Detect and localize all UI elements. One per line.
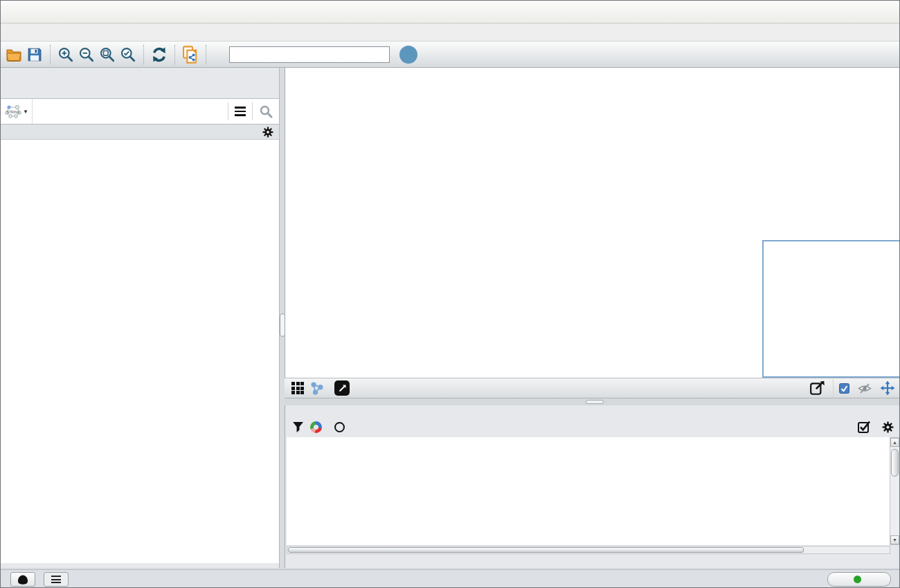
string-search-bar: STRING ▼ (1, 98, 279, 125)
enrichment-toolbar (285, 417, 900, 437)
panel-divider-grip[interactable] (586, 400, 604, 404)
zoom-selected-icon[interactable] (118, 44, 138, 65)
network-selection-row (1, 125, 279, 140)
filter-icon[interactable] (292, 421, 304, 433)
main-toolbar (1, 42, 900, 68)
string-logo-icon: STRING (4, 104, 22, 119)
hidden-eye-icon[interactable] (858, 383, 872, 394)
enrichment-table (287, 437, 890, 545)
status-bar (1, 569, 900, 588)
scroll-down-icon[interactable]: ▼ (890, 535, 899, 544)
gear-icon[interactable] (262, 127, 273, 138)
memory-button[interactable] (827, 572, 891, 587)
minimize-button[interactable] (824, 5, 842, 19)
control-panel-header (1, 68, 279, 82)
close-button[interactable] (877, 5, 895, 19)
title-bar (1, 1, 900, 24)
select-checkbox-icon[interactable] (858, 421, 871, 434)
network-view-toolbar (285, 378, 900, 398)
export-network-icon[interactable] (809, 380, 826, 396)
string-menu-icon[interactable] (228, 107, 252, 116)
zoom-fit-icon[interactable] (97, 44, 118, 65)
zoom-out-icon[interactable] (76, 44, 97, 65)
chart-icon[interactable] (310, 421, 322, 433)
grid-mode-icon[interactable] (291, 382, 304, 394)
search-input[interactable] (229, 46, 390, 63)
ring-chart-icon[interactable] (334, 422, 345, 432)
table-panel-header (285, 405, 900, 417)
selected-checkbox-icon[interactable] (839, 383, 849, 394)
separator (833, 379, 834, 397)
birds-eye-view[interactable] (762, 240, 900, 378)
string-logo-box[interactable]: STRING ▼ (1, 99, 33, 124)
splitter-grip[interactable] (280, 313, 285, 337)
vertical-scrollbar[interactable]: ▲ ▼ (890, 437, 900, 545)
task-history-button[interactable] (44, 572, 69, 587)
control-panel-tabs (1, 82, 279, 98)
open-session-icon[interactable] (3, 44, 24, 65)
svg-text:STRING: STRING (7, 110, 20, 114)
annotation-mode-icon[interactable] (334, 380, 350, 396)
toolbar-separator (143, 45, 144, 64)
string-term-input[interactable] (33, 107, 222, 117)
scrollbar-thumb[interactable] (891, 449, 899, 477)
refresh-icon[interactable] (149, 44, 170, 65)
control-panel: STRING ▼ (1, 68, 280, 568)
memory-status-dot (854, 576, 861, 583)
toolbar-separator (206, 45, 206, 64)
maximize-button[interactable] (852, 5, 870, 19)
network-canvas[interactable] (285, 68, 900, 378)
zoom-in-icon[interactable] (55, 44, 76, 65)
toolbar-separator (174, 45, 175, 64)
table-panel: ▲ ▼ (285, 405, 900, 568)
string-search-icon[interactable] (253, 104, 279, 118)
save-session-icon[interactable] (24, 44, 45, 65)
string-share-icon[interactable] (309, 380, 325, 396)
horizontal-scrollbar[interactable] (287, 546, 890, 554)
network-from-selection-icon[interactable] (180, 44, 201, 65)
chevron-down-icon: ▼ (23, 109, 28, 115)
toolbar-separator (50, 45, 51, 64)
network-tree (1, 140, 279, 563)
pan-compass-icon[interactable] (880, 380, 895, 396)
scroll-up-icon[interactable]: ▲ (890, 438, 899, 447)
gear-icon[interactable] (882, 421, 894, 433)
scrollbar-thumb[interactable] (288, 547, 804, 553)
menu-bar (1, 24, 900, 42)
help-icon[interactable] (399, 46, 417, 64)
cytoscape-logo-button[interactable] (10, 572, 35, 587)
